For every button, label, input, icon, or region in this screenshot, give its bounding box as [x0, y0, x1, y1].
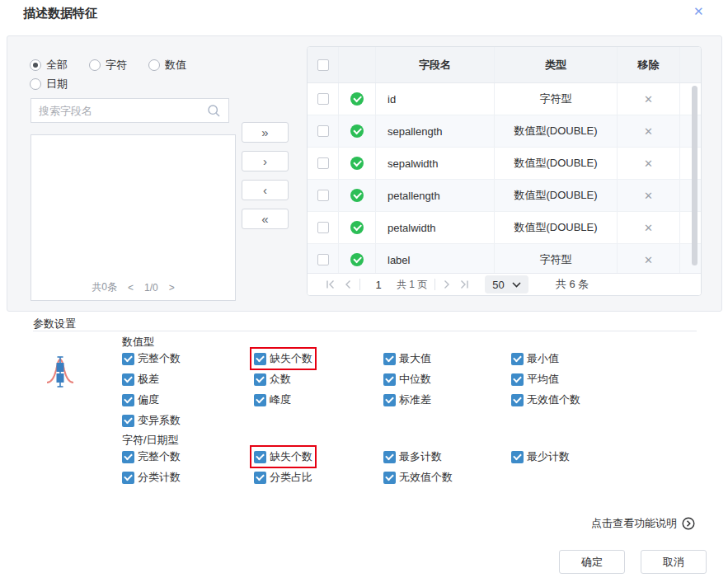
status-ok-icon	[350, 253, 364, 266]
dialog-title: 描述数据特征	[23, 6, 97, 21]
checkbox-icon[interactable]	[511, 451, 524, 463]
select-all-checkbox[interactable]	[317, 59, 329, 71]
pager-prev-icon[interactable]	[344, 279, 352, 289]
checkbox-icon[interactable]	[122, 373, 134, 386]
field-type: 数值型(DOUBLE)	[495, 115, 618, 147]
table-scrollbar-thumb[interactable]	[692, 86, 697, 265]
pager-current-page[interactable]: 1	[368, 279, 389, 291]
checkbox-complete-count[interactable]: 完整个数	[122, 351, 181, 366]
checkbox-icon[interactable]	[383, 472, 396, 484]
checkbox-median[interactable]: 中位数	[383, 372, 431, 387]
checkbox-kurtosis[interactable]: 峰度	[254, 392, 291, 407]
pager-next-icon[interactable]	[443, 279, 451, 289]
checkbox-missing-count[interactable]: 缺失个数	[254, 351, 312, 366]
source-pager-next[interactable]: >	[169, 282, 175, 294]
params-section-title: 参数设置	[33, 317, 76, 331]
remove-icon[interactable]: ✕	[644, 93, 653, 106]
radio-char[interactable]: 字符	[89, 58, 127, 73]
page-size-select[interactable]: 50	[485, 275, 528, 294]
checkbox-std-dev[interactable]: 标准差	[383, 392, 431, 407]
pager-first-icon[interactable]	[326, 279, 336, 289]
checkbox-icon[interactable]	[254, 472, 266, 484]
checkbox-icon[interactable]	[383, 394, 396, 406]
checkbox-label: 完整个数	[138, 449, 181, 464]
radio-char-dot[interactable]	[89, 59, 101, 71]
checkbox-icon[interactable]	[122, 451, 134, 463]
move-all-right-button[interactable]: »	[242, 122, 289, 143]
checkbox-coefficient-of-variation[interactable]: 变异系数	[122, 413, 181, 428]
source-pager-prev[interactable]: <	[128, 282, 134, 294]
checkbox-icon[interactable]	[383, 451, 396, 463]
radio-date-dot[interactable]	[30, 78, 41, 90]
field-selection-panel: 全部 字符 数值 日期 共0条	[7, 35, 722, 312]
source-field-list[interactable]: 共0条 < 1/0 >	[31, 134, 236, 301]
cancel-button[interactable]: 取消	[641, 550, 707, 574]
checkbox-label: 缺失个数	[270, 449, 312, 464]
field-type: 数值型(DOUBLE)	[495, 180, 618, 211]
checkbox-icon[interactable]	[122, 353, 134, 365]
checkbox-least-count[interactable]: 最少计数	[511, 449, 570, 464]
chevron-down-icon	[512, 282, 521, 288]
pager-last-icon[interactable]	[458, 279, 469, 289]
checkbox-icon[interactable]	[383, 373, 396, 386]
checkbox-range[interactable]: 极差	[122, 372, 159, 387]
checkbox-icon[interactable]	[511, 353, 524, 365]
radio-all-dot[interactable]	[30, 59, 41, 71]
radio-numeric-dot[interactable]	[148, 59, 160, 71]
help-link[interactable]: 点击查看功能说明	[591, 516, 695, 531]
row-checkbox[interactable]	[317, 254, 329, 265]
checkbox-max-value[interactable]: 最大值	[383, 351, 431, 366]
row-checkbox[interactable]	[317, 125, 329, 137]
checkbox-most-count[interactable]: 最多计数	[383, 449, 442, 464]
checkbox-icon[interactable]	[122, 472, 134, 484]
checkbox-icon[interactable]	[254, 373, 266, 386]
move-right-button[interactable]: ›	[242, 151, 289, 171]
checkbox-icon[interactable]	[254, 394, 266, 406]
checkbox-invalid-count-char[interactable]: 无效值个数	[383, 470, 453, 485]
checkbox-mean[interactable]: 平均值	[511, 372, 559, 387]
checkbox-icon[interactable]	[254, 451, 266, 463]
checkbox-category-ratio[interactable]: 分类占比	[254, 470, 312, 485]
checkbox-icon[interactable]	[511, 394, 524, 406]
checkbox-label: 峰度	[270, 392, 291, 407]
remove-icon[interactable]: ✕	[644, 157, 653, 170]
pager-divider	[359, 279, 360, 290]
checkbox-label: 偏度	[138, 392, 159, 407]
search-input[interactable]	[39, 105, 207, 117]
row-checkbox[interactable]	[317, 157, 329, 169]
close-icon[interactable]: ✕	[693, 4, 704, 19]
move-all-left-button[interactable]: «	[242, 209, 289, 229]
checkbox-skewness[interactable]: 偏度	[122, 392, 159, 407]
remove-icon[interactable]: ✕	[644, 222, 653, 234]
search-icon[interactable]	[207, 104, 221, 118]
ok-button[interactable]: 确定	[559, 550, 625, 574]
remove-icon[interactable]: ✕	[644, 125, 653, 138]
checkbox-icon[interactable]	[511, 373, 524, 386]
field-type: 数值型(DOUBLE)	[495, 148, 618, 179]
move-left-button[interactable]: ‹	[242, 180, 289, 200]
remove-icon[interactable]: ✕	[644, 254, 653, 266]
table-pagination: 1 共 1 页 50 共 6 条	[308, 273, 701, 295]
checkbox-missing-count-char[interactable]: 缺失个数	[254, 449, 312, 464]
field-name: sepalwidth	[376, 148, 495, 179]
checkbox-mode[interactable]: 众数	[254, 372, 291, 387]
checkbox-complete-count-char[interactable]: 完整个数	[122, 449, 181, 464]
radio-numeric[interactable]: 数值	[148, 58, 186, 73]
row-checkbox[interactable]	[317, 93, 329, 105]
row-checkbox[interactable]	[317, 222, 329, 233]
remove-icon[interactable]: ✕	[644, 190, 653, 202]
checkbox-icon[interactable]	[122, 394, 134, 406]
status-ok-icon	[350, 124, 364, 138]
checkbox-category-count[interactable]: 分类计数	[122, 470, 181, 485]
checkbox-min-value[interactable]: 最小值	[511, 351, 559, 366]
checkbox-icon[interactable]	[122, 415, 134, 427]
header-field-name: 字段名	[376, 47, 495, 82]
checkbox-icon[interactable]	[254, 353, 266, 365]
radio-date[interactable]: 日期	[30, 77, 68, 92]
checkbox-invalid-count[interactable]: 无效值个数	[511, 392, 580, 407]
checkbox-icon[interactable]	[383, 353, 396, 365]
radio-all[interactable]: 全部	[30, 58, 68, 73]
row-checkbox[interactable]	[317, 190, 329, 201]
field-name: sepallength	[376, 115, 495, 147]
status-ok-icon	[350, 221, 364, 234]
